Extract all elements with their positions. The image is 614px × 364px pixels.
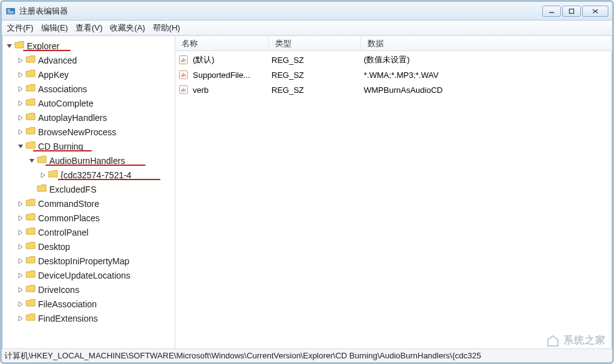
menu-file[interactable]: 文件(F): [7, 22, 34, 34]
expander-closed-icon[interactable]: [17, 272, 24, 279]
status-path: 计算机\HKEY_LOCAL_MACHINE\SOFTWARE\Microsof…: [4, 351, 481, 360]
svg-rect-2: [7, 11, 14, 12]
tree-item[interactable]: AppKey: [3, 67, 175, 82]
cell-type: REG_SZ: [269, 85, 361, 95]
folder-icon: [26, 270, 36, 280]
cell-data: (数值未设置): [361, 54, 612, 65]
tree-label: AutoplayHandlers: [38, 113, 107, 123]
expander-closed-icon[interactable]: [17, 71, 24, 79]
tree-label: CommandStore: [38, 199, 99, 209]
expander-closed-icon[interactable]: [17, 286, 24, 294]
folder-icon: [26, 227, 36, 237]
tree-item[interactable]: CommandStore: [3, 196, 175, 211]
folder-icon: [26, 112, 36, 123]
tree-label: ControlPanel: [38, 228, 89, 237]
expander-closed-icon[interactable]: [17, 85, 24, 93]
expander-closed-icon[interactable]: [17, 200, 24, 208]
string-value-icon: ab: [179, 70, 190, 79]
expander-closed-icon[interactable]: [17, 243, 24, 251]
menubar: 文件(F) 编辑(E) 查看(V) 收藏夹(A) 帮助(H): [2, 21, 612, 36]
statusbar: 计算机\HKEY_LOCAL_MACHINE\SOFTWARE\Microsof…: [2, 348, 612, 362]
tree-label: AutoComplete: [38, 98, 94, 108]
column-data[interactable]: 数据: [361, 36, 612, 50]
tree-item[interactable]: FindExtensions: [3, 311, 175, 325]
tree-item[interactable]: Associations: [3, 82, 175, 96]
list-pane[interactable]: 名称 类型 数据 ab(默认)REG_SZ(数值未设置)abSupportedF…: [175, 36, 612, 348]
svg-rect-1: [7, 9, 10, 11]
list-row[interactable]: abverbREG_SZWMPBurnAsAudioCD: [175, 82, 612, 97]
folder-icon: [26, 284, 36, 295]
menu-help[interactable]: 帮助(H): [153, 22, 180, 34]
list-row[interactable]: ab(默认)REG_SZ(数值未设置): [175, 52, 612, 67]
registry-editor-window: 注册表编辑器 文件(F) 编辑(E) 查看(V) 收藏夹(A) 帮助(H) Ex…: [0, 0, 614, 364]
folder-icon: [26, 213, 36, 223]
tree-item[interactable]: DriveIcons: [3, 282, 175, 297]
tree-item[interactable]: ControlPanel: [3, 225, 175, 239]
tree-item[interactable]: DeviceUpdateLocations: [3, 268, 175, 282]
regedit-icon: [6, 6, 16, 16]
expander-closed-icon[interactable]: [39, 171, 47, 179]
expander-open-icon[interactable]: [28, 157, 36, 165]
menu-favorites[interactable]: 收藏夹(A): [110, 22, 145, 34]
window-title: 注册表编辑器: [19, 6, 542, 17]
expander-closed-icon[interactable]: [17, 257, 24, 265]
column-type[interactable]: 类型: [269, 36, 361, 50]
tree-item[interactable]: AutoComplete: [3, 96, 175, 110]
folder-icon: [26, 98, 36, 108]
tree-item[interactable]: ExcludedFS: [3, 182, 175, 196]
folder-icon: [37, 184, 47, 194]
tree-item[interactable]: DesktopIniPropertyMap: [3, 254, 175, 268]
tree-item[interactable]: Desktop: [3, 239, 175, 254]
tree-item[interactable]: FileAssociation: [3, 297, 175, 311]
tree-label: FindExtensions: [38, 314, 98, 323]
menu-view[interactable]: 查看(V): [76, 22, 102, 34]
folder-icon: [26, 256, 36, 266]
tree-item[interactable]: AutoplayHandlers: [3, 110, 175, 125]
tree-label: ExcludedFS: [49, 184, 96, 194]
svg-text:ab: ab: [181, 87, 186, 93]
expander-closed-icon[interactable]: [17, 315, 24, 322]
annotation-underline: [33, 150, 92, 151]
tree-label: FileAssociation: [38, 299, 97, 309]
titlebar[interactable]: 注册表编辑器: [2, 2, 612, 21]
tree-label: Associations: [38, 84, 87, 94]
annotation-underline: [46, 165, 145, 166]
folder-icon: [26, 84, 36, 94]
expander-open-icon[interactable]: [6, 42, 13, 50]
folder-icon: [48, 170, 58, 180]
cell-name: (默认): [190, 54, 269, 65]
expander-closed-icon[interactable]: [17, 57, 24, 64]
tree-label: AppKey: [38, 70, 69, 80]
menu-edit[interactable]: 编辑(E): [41, 22, 68, 34]
cell-name: verb: [190, 85, 269, 95]
folder-icon: [26, 198, 36, 209]
tree-item[interactable]: Advanced: [3, 53, 175, 67]
expander-closed-icon[interactable]: [17, 128, 24, 136]
tree-label: CommonPlaces: [38, 213, 100, 223]
annotation-underline: [58, 179, 160, 180]
svg-rect-5: [570, 9, 574, 13]
expander-closed-icon[interactable]: [17, 100, 24, 107]
folder-icon: [26, 55, 36, 65]
expander-closed-icon[interactable]: [17, 229, 24, 236]
cell-data: *.WMA;*.MP3;*.WAV: [361, 70, 612, 80]
tree-pane[interactable]: Explorer AdvancedAppKeyAssociationsAutoC…: [2, 36, 175, 348]
expander-closed-icon[interactable]: [17, 114, 24, 122]
tree-item[interactable]: BrowseNewProcess: [3, 125, 175, 139]
tree-label: Advanced: [38, 55, 77, 65]
expander-closed-icon[interactable]: [17, 214, 24, 222]
svg-rect-3: [7, 12, 14, 13]
close-button[interactable]: [582, 6, 608, 17]
tree-label: DeviceUpdateLocations: [38, 271, 130, 280]
list-row[interactable]: abSupportedFile...REG_SZ*.WMA;*.MP3;*.WA…: [175, 67, 612, 82]
tree-label: DriveIcons: [38, 285, 79, 295]
tree-item[interactable]: CommonPlaces: [3, 211, 175, 225]
expander-open-icon[interactable]: [17, 143, 24, 150]
column-name[interactable]: 名称: [175, 36, 269, 50]
maximize-button[interactable]: [562, 6, 581, 17]
minimize-button[interactable]: [542, 6, 561, 17]
string-value-icon: ab: [179, 55, 190, 64]
list-header: 名称 类型 数据: [175, 36, 612, 51]
expander-closed-icon[interactable]: [17, 300, 24, 308]
folder-icon: [26, 299, 36, 309]
